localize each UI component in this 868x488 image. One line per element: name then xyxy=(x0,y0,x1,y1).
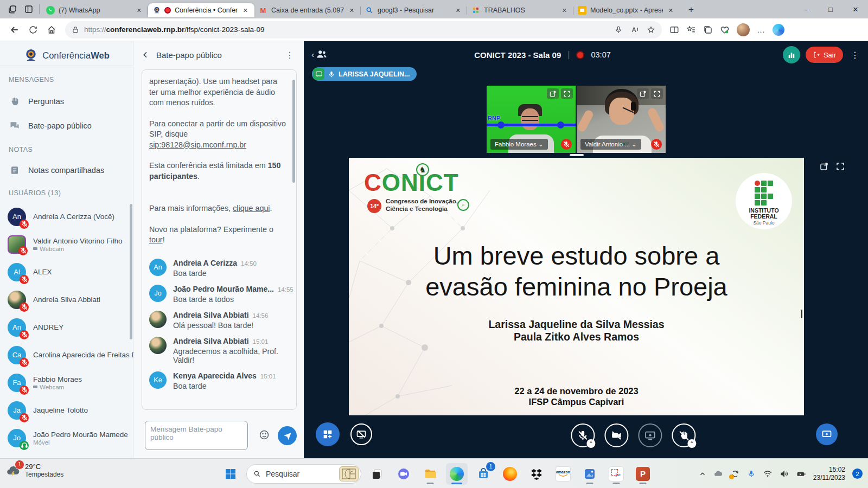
powerpoint-button[interactable]: P xyxy=(632,463,654,485)
browser-essentials-icon[interactable] xyxy=(720,25,730,35)
webcam-name-label[interactable]: Valdir Antonio ... ⌄ xyxy=(580,139,641,150)
webcam-fabbio[interactable]: RNP Fabbio Moraes ⌄ xyxy=(487,86,576,153)
tab-close-icon[interactable]: ✕ xyxy=(454,6,463,15)
tray-clock[interactable]: 15:02 23/11/2023 xyxy=(813,466,845,482)
webcam-fullscreen-icon[interactable] xyxy=(651,88,663,99)
browser-tab-search[interactable]: googl3 - Pesquisar ✕ xyxy=(361,3,467,17)
voice-search-icon[interactable] xyxy=(614,25,623,34)
maximize-button[interactable]: □ xyxy=(818,0,843,18)
home-button[interactable] xyxy=(42,22,61,38)
task-view-button[interactable] xyxy=(366,463,388,485)
sip-link[interactable]: sip:98128@sip.mconf.rnp.br xyxy=(149,140,246,149)
user-row[interactable]: Ca Carolina Aparecida de Freitas Di... xyxy=(0,341,133,369)
amazon-button[interactable]: amazon xyxy=(552,463,574,485)
favorites-icon[interactable] xyxy=(686,25,696,35)
chat-options-icon[interactable]: ⋮ xyxy=(282,50,297,60)
search-highlight-icon[interactable] xyxy=(339,466,359,481)
sidebar-scrollbar[interactable] xyxy=(130,204,132,339)
profile-avatar[interactable] xyxy=(737,23,750,36)
tab-close-icon[interactable]: ✕ xyxy=(241,6,250,15)
new-tab-button[interactable]: + xyxy=(684,4,698,15)
read-aloud-icon[interactable] xyxy=(630,25,639,34)
presentation-slide[interactable]: ♞ CONICT 14º Congresso de Inovação,Ciênc… xyxy=(349,158,804,415)
actions-button[interactable] xyxy=(316,422,340,446)
user-row[interactable]: Al ALEX xyxy=(0,258,133,286)
split-screen-icon[interactable] xyxy=(669,25,679,35)
start-button[interactable] xyxy=(220,463,241,485)
sync-icon[interactable] xyxy=(730,469,740,479)
send-message-button[interactable] xyxy=(278,426,297,445)
edge-button[interactable] xyxy=(446,463,468,485)
collections-icon[interactable] xyxy=(703,25,713,35)
tab-close-icon[interactable]: ✕ xyxy=(135,6,144,15)
webcam-valdir[interactable]: CONICT Valdir Antonio ... ⌄ xyxy=(577,86,666,153)
tour-link[interactable]: tour xyxy=(149,235,163,244)
file-explorer-button[interactable] xyxy=(419,463,441,485)
chat-message-input[interactable] xyxy=(145,421,248,450)
stop-screenshare-button[interactable] xyxy=(350,423,372,445)
chat-message-list[interactable]: apresentação). Use um headset para ter u… xyxy=(142,69,297,410)
user-row[interactable]: An ANDREY xyxy=(0,313,133,341)
address-bar[interactable]: https://conferenciaweb.rnp.br/ifsp/conic… xyxy=(65,21,662,38)
battery-icon[interactable] xyxy=(796,469,806,479)
user-row[interactable]: An Andreia A Cerizza (Você) xyxy=(0,203,133,230)
tab-close-icon[interactable]: ✕ xyxy=(347,6,356,15)
store-button[interactable]: 1 xyxy=(473,463,494,485)
browser-tab-conference[interactable]: Conferência • Conferê ✕ xyxy=(148,3,254,17)
clique-aqui-link[interactable]: clique aqui xyxy=(233,204,270,213)
volume-icon[interactable] xyxy=(780,469,789,479)
presentation-fullscreen-icon[interactable] xyxy=(835,162,845,171)
weather-widget[interactable]: 1 29°C Tempestades xyxy=(5,463,63,478)
presentation-popout-icon[interactable] xyxy=(819,162,829,171)
mute-button[interactable]: ⌃ xyxy=(571,423,595,447)
copilot-icon[interactable] xyxy=(773,24,784,36)
webcam-name-label[interactable]: Fabbio Moraes ⌄ xyxy=(490,139,548,150)
tab-close-icon[interactable]: ✕ xyxy=(666,6,675,15)
vertical-tabs-icon[interactable] xyxy=(21,2,37,16)
talking-indicator[interactable]: LARISSA JAQUELIN... xyxy=(312,67,417,81)
camera-button[interactable] xyxy=(604,423,628,447)
wifi-icon[interactable] xyxy=(763,469,773,479)
browser-tab-whatsapp[interactable]: (7) WhatsApp ✕ xyxy=(42,3,148,17)
refresh-button[interactable] xyxy=(24,22,42,38)
webcam-popout-icon[interactable] xyxy=(547,88,559,99)
reactions-chevron-icon[interactable]: ⌃ xyxy=(687,439,696,448)
minimize-button[interactable]: – xyxy=(793,0,818,18)
photos-button[interactable] xyxy=(579,463,601,485)
firefox-button[interactable] xyxy=(499,463,521,485)
user-row[interactable]: Ja Jaqueline Tolotto xyxy=(0,396,133,424)
back-chevron-icon[interactable] xyxy=(141,50,150,59)
dropbox-button[interactable] xyxy=(526,463,547,485)
user-row[interactable]: Jo João Pedro Mourão Mamede Móvel xyxy=(0,424,133,452)
tray-chevron-icon[interactable] xyxy=(699,470,706,478)
sidebar-item-public-chat[interactable]: Bate-papo público xyxy=(9,120,92,131)
chat-scrollbar[interactable] xyxy=(292,80,295,183)
sidebar-item-shared-notes[interactable]: Notas compartilhadas xyxy=(9,165,104,175)
user-row[interactable]: Fa Fabbio Moraes Webcam xyxy=(0,369,133,396)
leave-button[interactable]: Sair xyxy=(806,47,843,63)
webcam-popout-icon[interactable] xyxy=(637,88,649,99)
taskbar-search[interactable]: Pesquisar xyxy=(246,464,361,484)
webcam-resize-handle[interactable] xyxy=(570,154,584,156)
recording-indicator-icon[interactable] xyxy=(576,51,584,59)
browser-tab-pptx[interactable]: Modelo_co.pptx - Apresen ✕ xyxy=(573,3,680,17)
notification-badge[interactable]: 2 xyxy=(852,468,863,479)
connection-stats-button[interactable] xyxy=(783,46,800,63)
meeting-options-icon[interactable]: ⋮ xyxy=(848,50,861,60)
audio-options-chevron-icon[interactable]: ⌃ xyxy=(586,439,595,448)
back-button[interactable] xyxy=(5,22,24,38)
user-row[interactable]: Andreia Silva Abbiati xyxy=(0,286,133,313)
user-row[interactable]: Valdir Antonio Vitorino Filho Webcam xyxy=(0,230,133,258)
tray-mic-icon[interactable] xyxy=(747,470,756,478)
raise-hand-button[interactable]: ⌃ xyxy=(672,423,695,447)
teams-chat-button[interactable] xyxy=(393,463,414,485)
snipping-tool-button[interactable]: ✂ xyxy=(605,463,627,485)
browser-tab-trabalhos[interactable]: TRABALHOS ✕ xyxy=(467,3,573,17)
restore-presentation-button[interactable] xyxy=(816,423,838,445)
webcam-fullscreen-icon[interactable] xyxy=(561,88,573,99)
close-button[interactable]: ✕ xyxy=(843,0,868,18)
tab-close-icon[interactable]: ✕ xyxy=(560,6,569,15)
favorite-star-icon[interactable] xyxy=(647,25,655,34)
sidebar-item-questions[interactable]: Perguntas xyxy=(9,95,64,107)
onedrive-icon[interactable] xyxy=(713,469,723,479)
